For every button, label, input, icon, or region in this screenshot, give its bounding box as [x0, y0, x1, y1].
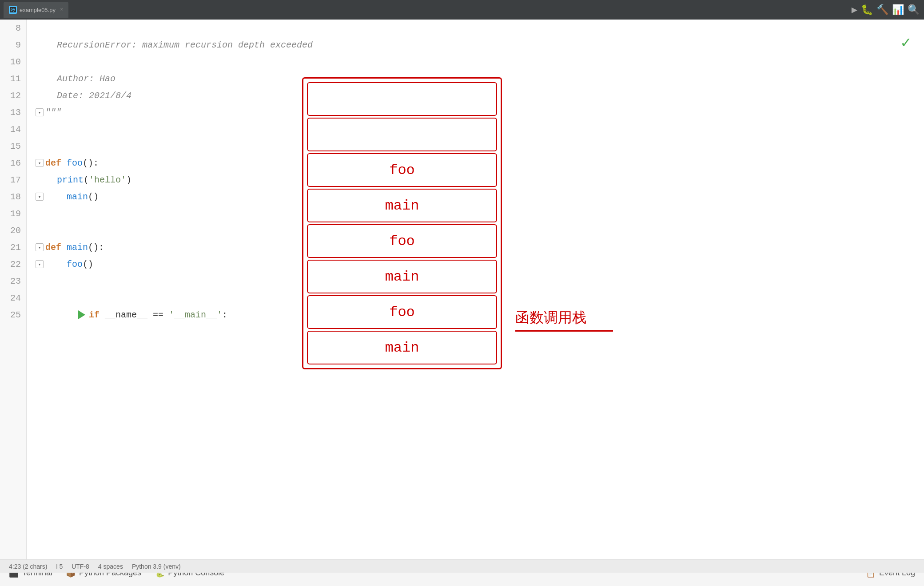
encoding-info: UTF-8	[72, 563, 89, 570]
line-num-9: 9	[0, 36, 26, 53]
file-tab[interactable]: py example05.py ×	[4, 2, 68, 18]
line-num-17: 17	[0, 171, 26, 188]
line-num-13: 13	[0, 104, 26, 121]
fold-icon-16[interactable]: ▾	[36, 159, 44, 167]
fold-icon-21[interactable]: ▾	[36, 243, 44, 251]
stack-frame-foo-3: foo	[307, 295, 497, 329]
stack-frame-main-3: main	[307, 331, 497, 364]
stack-frame-foo-2: foo	[307, 224, 497, 258]
run-icon[interactable]: ▶	[852, 4, 857, 16]
search-icon[interactable]: 🔍	[908, 4, 920, 16]
tab-filename: example05.py	[20, 7, 56, 13]
line-num-21: 21	[0, 239, 26, 256]
stack-frame-main-1: main	[307, 189, 497, 222]
python-version: Python 3.9 (venv)	[132, 563, 181, 570]
line-num-23: 23	[0, 273, 26, 289]
line-num-25: 25	[0, 306, 26, 323]
fold-icon-22[interactable]: ▾	[36, 260, 44, 268]
debug-icon[interactable]: 🐛	[861, 4, 873, 16]
python-file-icon: py	[9, 6, 17, 14]
run-button-25[interactable]	[36, 300, 85, 330]
call-stack-label-underline	[515, 330, 613, 332]
line-num-12: 12	[0, 87, 26, 104]
line-num-14: 14	[0, 121, 26, 138]
call-stack-label: 函数调用栈	[515, 308, 586, 328]
fold-icon-18[interactable]: ▾	[36, 193, 44, 201]
line-num-15: 15	[0, 138, 26, 154]
checkmark-icon: ✓	[901, 33, 911, 52]
line-num-18: 18	[0, 188, 26, 205]
line-num-10: 10	[0, 53, 26, 70]
tab-close-button[interactable]: ×	[60, 7, 63, 13]
line-numbers: 8 9 10 11 12 13 14 15 16 17 18 19 20 21 …	[0, 20, 27, 559]
fold-icon-13[interactable]: ▾	[36, 108, 44, 116]
indent-info: 4 spaces	[98, 563, 123, 570]
line-num-22: 22	[0, 256, 26, 273]
code-line-8	[27, 20, 924, 36]
line-info: l 5	[56, 563, 63, 570]
code-content[interactable]: RecursionError: maximum recursion depth …	[27, 20, 924, 559]
line-num-16: 16	[0, 154, 26, 171]
line-num-24: 24	[0, 289, 26, 306]
status-bar: 4:23 (2 chars) l 5 UTF-8 4 spaces Python…	[0, 559, 924, 573]
editor-area: 8 9 10 11 12 13 14 15 16 17 18 19 20 21 …	[0, 20, 924, 559]
code-line-10	[27, 53, 924, 70]
line-num-19: 19	[0, 205, 26, 222]
stack-frame-2	[307, 118, 497, 151]
top-bar: py example05.py × ▶ 🐛 🔨 📊 🔍	[0, 0, 924, 20]
cursor-position: 4:23 (2 chars)	[9, 563, 47, 570]
top-bar-actions: ▶ 🐛 🔨 📊 🔍	[852, 0, 920, 20]
line-num-20: 20	[0, 222, 26, 239]
call-stack-diagram: foo main foo main foo main	[302, 77, 502, 369]
line-num-11: 11	[0, 70, 26, 87]
stack-frame-foo-1: foo	[307, 153, 497, 187]
build-icon[interactable]: 🔨	[876, 4, 888, 16]
profile-icon[interactable]: 📊	[892, 4, 904, 16]
stack-frame-main-2: main	[307, 260, 497, 293]
code-line-9: RecursionError: maximum recursion depth …	[27, 36, 924, 53]
stack-frame-1	[307, 82, 497, 116]
line-num-8: 8	[0, 20, 26, 36]
